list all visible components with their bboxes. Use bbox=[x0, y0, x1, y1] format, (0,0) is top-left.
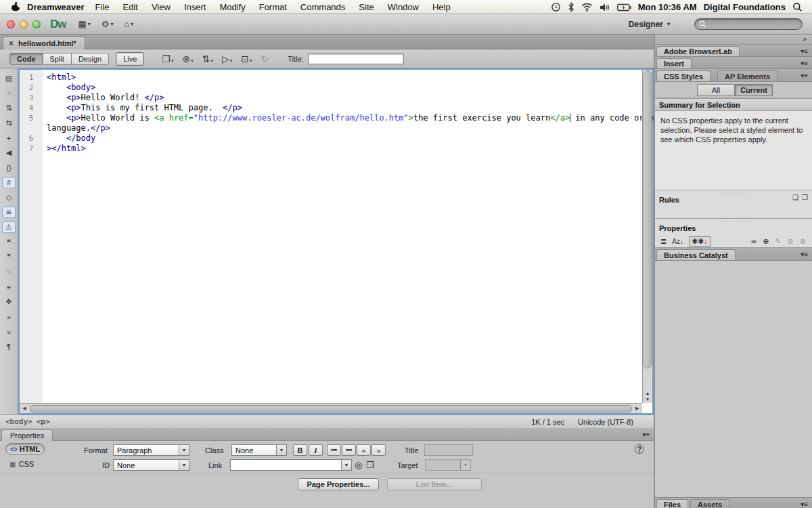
adobe-browserlab-panel-tab[interactable]: Adobe BrowserLab bbox=[656, 46, 740, 56]
document-title-input[interactable] bbox=[308, 54, 404, 64]
menu-edit[interactable]: Edit bbox=[116, 2, 145, 12]
document-tab[interactable]: × helloworld.html* bbox=[3, 37, 85, 49]
panel-menu-icon[interactable]: ▾≡ bbox=[800, 72, 808, 79]
show-category-view-icon[interactable]: ≣ bbox=[660, 237, 667, 246]
code-editor[interactable]: 1<html>2 <body>3 <p>Hello World! </p>4 <… bbox=[18, 68, 654, 415]
css-styles-panel-tab[interactable]: CSS Styles bbox=[656, 70, 710, 81]
code-line[interactable]: 1<html> bbox=[20, 72, 642, 83]
design-view-button[interactable]: Design bbox=[72, 53, 109, 65]
app-titlebar[interactable]: Dw ▦ ▾ ⚙ ▾ ⌂ ▾ Designer ▾ bbox=[0, 14, 812, 35]
close-tab-icon[interactable]: × bbox=[9, 39, 14, 47]
unordered-list-button[interactable]: ≔ bbox=[327, 444, 341, 456]
menu-commands[interactable]: Commands bbox=[294, 2, 352, 12]
wifi-icon[interactable] bbox=[581, 3, 593, 12]
drag-grip[interactable]: ············· bbox=[719, 191, 748, 196]
syntax-error-alerts-icon[interactable]: ≋ bbox=[2, 207, 16, 218]
apply-comment-icon[interactable]: ❝ bbox=[2, 236, 16, 248]
close-window-button[interactable] bbox=[7, 20, 15, 28]
ordered-list-button[interactable]: ≕ bbox=[342, 444, 356, 456]
point-to-file-icon[interactable]: ◎ bbox=[355, 460, 362, 470]
battery-icon[interactable] bbox=[617, 3, 631, 12]
css-all-button[interactable]: All bbox=[697, 84, 735, 96]
live-view-navigation-icon[interactable]: ▷▾ bbox=[222, 54, 232, 64]
minimize-window-button[interactable] bbox=[20, 20, 28, 28]
sort-alphabetical-icon[interactable]: Az↓ bbox=[672, 238, 683, 245]
code-line[interactable]: 3 <p>Hello World! </p> bbox=[20, 93, 642, 103]
dropdown-arrow-icon[interactable]: ▼ bbox=[341, 460, 351, 470]
menu-format[interactable]: Format bbox=[252, 2, 294, 12]
italic-button[interactable]: I bbox=[309, 444, 323, 456]
move-css-icon[interactable]: ❖ bbox=[2, 296, 16, 308]
menu-dreamweaver[interactable]: Dreamweaver bbox=[27, 2, 85, 12]
spotlight-icon[interactable] bbox=[792, 2, 803, 12]
collapse-to-icons-button[interactable]: » bbox=[803, 35, 807, 43]
menubar-account[interactable]: Digital Foundations bbox=[704, 2, 786, 12]
indent-button[interactable]: » bbox=[371, 444, 386, 456]
menubar-clock[interactable]: Mon 10:36 AM bbox=[638, 2, 697, 12]
code-line[interactable]: 6 </body bbox=[20, 133, 642, 144]
recent-snippets-icon[interactable]: ≡ bbox=[2, 281, 16, 293]
split-view-button[interactable]: Split bbox=[43, 53, 72, 65]
panel-menu-icon[interactable]: ▾≡ bbox=[800, 251, 808, 258]
multiscreen-preview-icon[interactable]: ❐▾ bbox=[162, 54, 173, 64]
select-parent-tag-icon[interactable]: ◀ bbox=[2, 147, 16, 158]
vertical-scroll-thumb[interactable] bbox=[644, 70, 652, 368]
new-css-rule-icon[interactable]: ❐ bbox=[802, 194, 808, 201]
info-bar-icon[interactable]: ⚠ bbox=[2, 221, 16, 233]
tag-p[interactable]: <p> bbox=[37, 417, 50, 426]
apple-menu[interactable] bbox=[11, 1, 20, 12]
class-select[interactable]: None ▼ bbox=[231, 444, 287, 456]
balance-braces-icon[interactable]: {} bbox=[2, 162, 16, 173]
horizontal-scroll-thumb[interactable] bbox=[30, 405, 632, 412]
tag-body[interactable]: <body> bbox=[5, 417, 32, 426]
collapse-full-tag-icon[interactable]: ⇅ bbox=[2, 102, 16, 114]
menu-modify[interactable]: Modify bbox=[212, 2, 252, 12]
file-management-icon[interactable]: ⇅▾ bbox=[202, 54, 213, 64]
indent-code-icon[interactable]: » bbox=[2, 311, 16, 322]
outdent-button[interactable]: « bbox=[357, 444, 371, 456]
help-icon[interactable]: ? bbox=[635, 444, 644, 454]
panel-menu-icon[interactable]: ▾≡ bbox=[800, 47, 808, 54]
horizontal-scrollbar[interactable]: ◀ ▶ bbox=[20, 403, 642, 413]
files-panel-tab[interactable]: Files bbox=[656, 499, 688, 508]
id-select[interactable]: None ▼ bbox=[113, 459, 189, 471]
menu-site[interactable]: Site bbox=[352, 2, 380, 12]
html-mode-button[interactable]: <> HTML bbox=[5, 443, 45, 455]
page-properties-button[interactable]: Page Properties... bbox=[298, 478, 379, 490]
code-view-button[interactable]: Code bbox=[9, 53, 43, 65]
check-browser-compat-icon[interactable]: ⊡▾ bbox=[241, 54, 252, 64]
code-line[interactable]: 4 <p>This is my first HTML page. </p> bbox=[20, 103, 642, 113]
volume-icon[interactable] bbox=[600, 3, 610, 12]
time-machine-icon[interactable] bbox=[551, 2, 561, 12]
properties-panel-tab[interactable]: Properties bbox=[1, 429, 53, 441]
live-view-button[interactable]: Live bbox=[116, 52, 144, 66]
code-line[interactable]: 5 <p>Hello World is <a href="http://www.… bbox=[20, 113, 642, 123]
format-source-icon[interactable]: ¶ bbox=[2, 341, 16, 352]
menu-help[interactable]: Help bbox=[426, 2, 457, 12]
panel-menu-icon[interactable]: ▾≡ bbox=[642, 431, 650, 438]
link-combo[interactable]: ▼ bbox=[230, 459, 352, 471]
dropdown-arrow-icon[interactable]: ▼ bbox=[179, 460, 189, 470]
outdent-code-icon[interactable]: « bbox=[2, 326, 16, 337]
attach-sheet-icon[interactable]: ⊕ bbox=[763, 237, 769, 246]
site-menu-button[interactable]: ⌂ ▾ bbox=[124, 19, 133, 29]
workspace-switcher[interactable]: Designer ▾ bbox=[629, 20, 670, 29]
format-select[interactable]: Paragraph ▼ bbox=[113, 444, 189, 456]
scroll-right-icon[interactable]: ▶ bbox=[633, 406, 642, 411]
collapse-selection-icon[interactable]: ⇆ bbox=[2, 117, 16, 129]
panel-menu-icon[interactable]: ▾≡ bbox=[800, 500, 808, 507]
wrap-tag-icon[interactable]: ✎ bbox=[2, 266, 16, 278]
layout-switcher-button[interactable]: ▦ ▾ bbox=[78, 19, 91, 29]
preview-in-browser-icon[interactable]: ⊛▾ bbox=[182, 54, 193, 64]
attach-style-sheet-icon[interactable]: ❏ bbox=[792, 194, 798, 201]
expand-all-icon[interactable]: + bbox=[2, 132, 16, 144]
link-chain-icon[interactable]: ∞ bbox=[751, 237, 757, 245]
css-mode-button[interactable]: ▦ CSS bbox=[5, 458, 45, 470]
highlight-invalid-code-icon[interactable]: ◇ bbox=[2, 192, 16, 203]
menu-window[interactable]: Window bbox=[381, 2, 426, 12]
menu-file[interactable]: File bbox=[89, 2, 116, 12]
scroll-down-icon[interactable]: ▼ bbox=[646, 397, 650, 402]
ap-elements-panel-tab[interactable]: AP Elements bbox=[717, 70, 777, 81]
extend-dreamweaver-button[interactable]: ⚙ ▾ bbox=[102, 19, 114, 29]
bold-button[interactable]: B bbox=[293, 444, 307, 456]
